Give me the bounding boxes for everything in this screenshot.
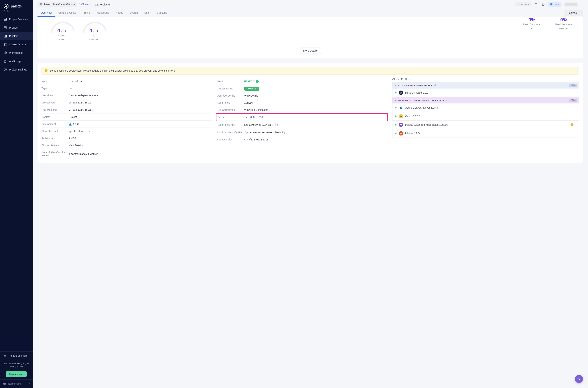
profiles-title: Cluster Profiles <box>392 78 579 81</box>
cpu-percent: 0% Used from total CPU <box>523 17 541 29</box>
nav-label: Cluster Groups <box>9 43 26 46</box>
service-port-3000[interactable]: :3000 <box>258 116 264 119</box>
tab-nodes[interactable]: Nodes <box>112 9 127 17</box>
svg-rect-23 <box>277 124 278 125</box>
upgrade-details-link[interactable]: View Details <box>244 94 387 97</box>
description-value: Cluster to deploy to Azure. <box>69 94 211 97</box>
nav-profiles[interactable]: Profiles <box>0 24 33 32</box>
tab-backups[interactable]: Backups <box>154 9 170 17</box>
warning-icon: ! <box>570 123 573 126</box>
check-icon: ✓ <box>256 80 259 83</box>
svg-point-14 <box>4 51 7 54</box>
svg-rect-3 <box>4 26 6 27</box>
cpu-gauge: 0 / 0 Cores CPU <box>49 20 74 41</box>
svg-rect-7 <box>5 35 7 36</box>
chevron-right-icon: › <box>576 91 577 94</box>
svg-point-22 <box>542 3 544 6</box>
user-menu[interactable] <box>565 3 577 6</box>
more-menu-icon[interactable]: ⋯ <box>581 3 583 6</box>
promo-text: Start small and only pay for what you us… <box>0 360 33 370</box>
svg-rect-0 <box>4 19 4 20</box>
brand-footer: spectro cloud ‹ <box>0 379 33 388</box>
tags-value: n/a <box>69 87 211 90</box>
pack-azure-disk[interactable]: Azure Disk CSI Driver 1.28.3› <box>392 103 579 112</box>
health-value: HEALTHY✓ <box>244 80 387 83</box>
info-icon[interactable]: i <box>245 131 248 134</box>
docs-button[interactable]: Docs <box>548 2 562 7</box>
nav-workspaces[interactable]: Workspaces <box>0 49 33 57</box>
addon-profile-header[interactable]: ADDON PROFILE AZURE-PROFILE PROJ <box>392 82 579 89</box>
tabs: Overview Usage & Costs Profile Workloads… <box>33 9 588 17</box>
agent-version: 4.4.9/20240912.1118 <box>244 138 387 141</box>
tab-workloads[interactable]: Workloads <box>93 9 112 17</box>
chevron-down-icon <box>394 99 397 101</box>
chevron-right-icon: › <box>576 123 577 126</box>
svg-rect-9 <box>5 36 7 37</box>
account-value: spectro-cloud-azure <box>69 130 211 133</box>
settings-button[interactable]: Settings <box>565 10 583 16</box>
svg-point-17 <box>5 69 6 70</box>
tab-overview[interactable]: Overview <box>38 9 55 17</box>
nav-label: Clusters <box>9 35 18 38</box>
svg-point-12 <box>4 45 5 46</box>
nav-label: Tenant Settings <box>9 354 27 357</box>
warning-icon: ! <box>45 69 47 72</box>
svg-rect-4 <box>4 27 6 28</box>
more-details-button[interactable]: More Details <box>300 48 321 54</box>
tab-scan[interactable]: Scan <box>141 9 154 17</box>
nav-label: Project Overview <box>9 18 28 21</box>
nav-project-settings[interactable]: Project Settings <box>0 65 33 74</box>
svg-point-19 <box>6 355 6 356</box>
svg-rect-6 <box>4 35 5 36</box>
details-card: ! Some packs are deprecated. Please upda… <box>38 63 583 163</box>
svg-rect-24 <box>277 124 278 125</box>
nav-tenant-settings[interactable]: Tenant Settings <box>0 352 33 360</box>
pack-ubuntu[interactable]: ◉Ubuntu 22.04› <box>392 129 579 138</box>
chat-icon[interactable] <box>535 3 538 6</box>
services-value: ui:8080:3000 <box>245 116 386 119</box>
logo: palette <box>0 0 33 10</box>
copy-icon[interactable] <box>275 123 279 127</box>
services-row-highlighted: Servicesui:8080:3000 <box>216 113 388 121</box>
pack-pxk[interactable]: ✱Palette eXtended Kubernetes 1.27.16!› <box>392 121 579 129</box>
arch-value: AMD64 <box>69 137 211 140</box>
link-icon <box>434 84 436 87</box>
explore-icon[interactable] <box>542 3 545 6</box>
k8s-certs-link[interactable]: View K8s Certificates <box>244 108 387 111</box>
link-icon <box>446 99 448 101</box>
topbar: Project-ScaleSecureTutoria / Clusters / … <box>33 0 588 9</box>
chevron-right-icon: › <box>576 132 577 135</box>
service-port-8080[interactable]: :8080 <box>248 116 254 119</box>
infra-profile-header[interactable]: INFRASTRUCTURE PROFILE AZURE-PROFILE PRO… <box>392 97 579 103</box>
nav-clusters[interactable]: Clusters <box>0 32 33 40</box>
kubeconfig-link[interactable]: admin.azure-cluster.kubeconfig <box>250 131 387 134</box>
svg-point-13 <box>6 45 6 46</box>
env-value: Azure <box>69 122 211 125</box>
collapse-sidebar-icon[interactable]: ‹ <box>29 383 30 385</box>
help-fab[interactable] <box>575 375 583 383</box>
breadcrumb-clusters[interactable]: Clusters <box>81 3 91 6</box>
cluster-settings-link[interactable]: View Details <box>69 144 211 147</box>
nav-label: Workspaces <box>9 51 23 54</box>
nav-label: Project Settings <box>9 68 27 71</box>
pack-calico[interactable]: 🐱Calico 3.26.3› <box>392 112 579 121</box>
upgrade-button[interactable]: Upgrade now <box>6 371 26 377</box>
credits-badge: 1.43/100kCh <box>515 2 532 6</box>
azure-icon <box>69 123 72 125</box>
nav-label: Profiles <box>9 26 18 29</box>
tab-usage-costs[interactable]: Usage & Costs <box>55 9 79 17</box>
info-icon[interactable]: i <box>92 109 95 111</box>
svg-rect-2 <box>6 18 7 20</box>
k8s-api-value: https://azure-cluster-cf42... <box>244 123 387 127</box>
chevron-right-icon: › <box>576 115 577 118</box>
tab-events[interactable]: Events <box>126 9 141 17</box>
nav-cluster-groups[interactable]: Cluster Groups <box>0 40 33 49</box>
k8s-version: 1.27.16 <box>244 101 387 104</box>
svg-point-25 <box>578 378 580 380</box>
pack-hello-universe[interactable]: 🚀Hello Universe 1.2.0› <box>392 89 579 97</box>
project-selector[interactable]: Project-ScaleSecureTutoria <box>38 2 77 7</box>
nav-audit-logs[interactable]: Audit Logs <box>0 57 33 65</box>
tab-profile[interactable]: Profile <box>79 9 93 17</box>
svg-point-18 <box>4 355 5 355</box>
nav-project-overview[interactable]: Project Overview <box>0 15 33 24</box>
